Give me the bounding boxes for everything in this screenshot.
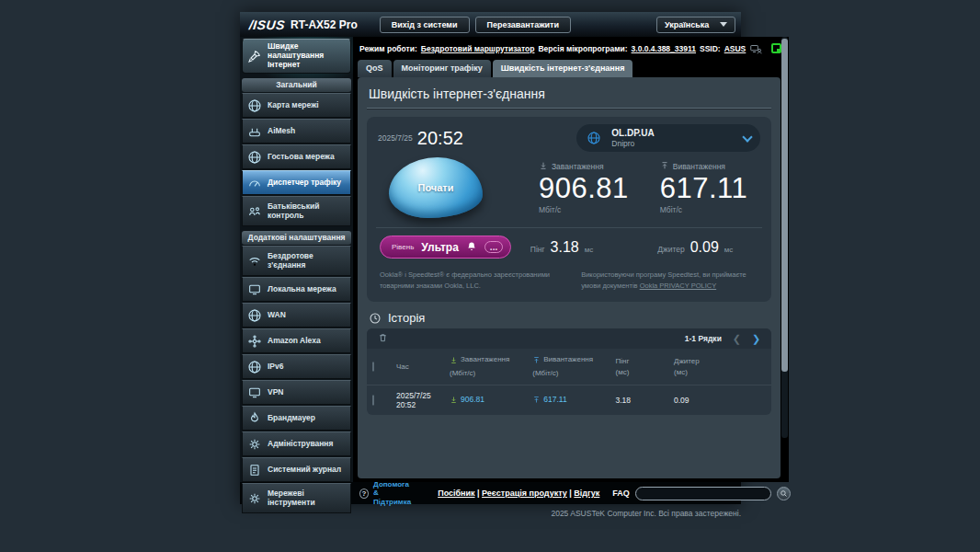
sidebar-item-traffic-manager[interactable]: Диспетчер трафіку xyxy=(242,170,351,195)
jitter-value: 0.09 xyxy=(690,239,719,256)
tab-traffic-monitor[interactable]: Моніторинг трафіку xyxy=(393,60,491,77)
question-icon: ? xyxy=(359,489,369,499)
select-all-checkbox[interactable] xyxy=(372,362,374,372)
clock-icon xyxy=(369,312,382,325)
privacy-policy-link[interactable]: Ookla PRIVACY POLICY xyxy=(640,282,717,290)
copyright-text: 2025 ASUSTeK Computer Inc. Всі права зас… xyxy=(240,509,741,518)
chevron-down-icon xyxy=(743,132,753,142)
sidebar-item-firewall[interactable]: Брандмауер xyxy=(242,406,351,431)
jitter-unit: мс xyxy=(724,246,734,254)
upload-stat: Вивантаження 617.11 Мбіт/с xyxy=(660,161,748,214)
sidebar-item-label: Локальна мережа xyxy=(268,285,336,294)
reboot-button[interactable]: Перезавантажити xyxy=(475,17,571,33)
asus-logo: /ISUS xyxy=(248,17,286,32)
mode-value-link[interactable]: Бездротовий маршрутизатор xyxy=(421,44,535,53)
cell-jitter: 0.09 xyxy=(674,390,766,410)
sidebar-item-system-log[interactable]: Системний журнал xyxy=(242,457,351,482)
sidebar-item-ipv6[interactable]: IPv6 xyxy=(242,354,351,379)
sidebar-item-wan[interactable]: WAN xyxy=(242,303,351,328)
test-date: 2025/7/25 xyxy=(378,133,413,143)
internet-status-icon[interactable] xyxy=(771,43,781,53)
sidebar-item-vpn[interactable]: VPN xyxy=(242,380,351,405)
download-icon xyxy=(539,161,548,172)
sidebar: Швидке налаштування Інтернет Загальний К… xyxy=(240,37,353,482)
cell-time: 2025/7/25 20:52 xyxy=(396,385,450,415)
sidebar-item-wireless[interactable]: Бездротове з'єднання xyxy=(242,246,351,276)
next-page-button[interactable]: ❯ xyxy=(752,333,760,345)
sidebar-item-label: Адміністрування xyxy=(268,440,333,449)
firmware-label: Версія мікропрограми: xyxy=(538,44,627,53)
page-title: Швидкість інтернет-з'єднання xyxy=(367,85,771,109)
legal-trademark-text: Ookla® і Speedtest® є федерально зареєст… xyxy=(380,270,557,291)
scrollbar-thumb[interactable] xyxy=(781,39,788,372)
start-test-button[interactable]: Почати xyxy=(389,157,483,218)
col-time: Час xyxy=(396,356,450,378)
sidebar-item-guest-network[interactable]: Гостьова мережа xyxy=(242,144,351,169)
bell-icon xyxy=(466,239,477,256)
sidebar-item-lan[interactable]: Локальна мережа xyxy=(242,277,351,302)
node-icon xyxy=(246,333,263,350)
tab-internet-speed[interactable]: Швидкість інтернет-з'єднання xyxy=(493,60,633,77)
level-label: Рівень xyxy=(392,243,414,251)
product-registration-link[interactable]: Реєстрація продукту xyxy=(482,489,567,498)
manual-link[interactable]: Посібник xyxy=(438,489,474,498)
monitor-icon xyxy=(246,385,263,401)
jitter-stat: Джитер 0.09 мс xyxy=(657,239,733,256)
feedback-link[interactable]: Відгук xyxy=(574,489,599,498)
language-select[interactable]: Українська xyxy=(656,17,735,33)
gear-icon xyxy=(246,436,263,453)
users-icon xyxy=(246,203,263,220)
more-button[interactable]: ... xyxy=(484,241,503,253)
col-upload: Вивантаження (Мбіт/с) xyxy=(532,349,615,385)
sidebar-item-label: Карта мережі xyxy=(268,101,319,110)
ssid-value-link[interactable]: ASUS xyxy=(724,44,746,53)
sidebar-section-general: Загальний xyxy=(242,78,351,92)
scrollbar-track[interactable] xyxy=(781,37,788,438)
clients-icon[interactable] xyxy=(749,42,762,55)
cell-upload: 617.11 xyxy=(532,389,615,411)
download-label: Завантаження xyxy=(552,162,604,171)
prev-page-button[interactable]: ❮ xyxy=(733,333,741,345)
col-jitter: Джитер (мс) xyxy=(674,351,766,384)
row-checkbox[interactable] xyxy=(372,395,374,406)
sidebar-item-amazon-alexa[interactable]: Amazon Alexa xyxy=(242,328,351,353)
model-name: RT-AX52 Pro xyxy=(291,18,358,31)
level-badge[interactable]: Рівень Ультра ... xyxy=(380,236,511,259)
globe-users-icon xyxy=(246,149,263,166)
sidebar-item-label: Батьківський контроль xyxy=(268,202,347,221)
test-time: 20:52 xyxy=(417,128,463,149)
upload-unit: Мбіт/с xyxy=(660,205,748,214)
top-bar: /ISUS RT-AX52 Pro Вихід з системи Переза… xyxy=(240,12,741,37)
sidebar-item-administration[interactable]: Адміністрування xyxy=(242,431,351,456)
logout-button[interactable]: Вихід з системи xyxy=(380,17,470,33)
cell-ping: 3.18 xyxy=(616,390,675,410)
ping-label: Пінг xyxy=(530,245,545,254)
start-test-label: Почати xyxy=(417,182,453,193)
tab-bar: QoS Моніторинг трафіку Швидкість інтерне… xyxy=(356,60,789,77)
faq-search-input[interactable] xyxy=(635,487,771,500)
server-name: OL.DP.UA xyxy=(611,128,655,139)
level-value: Ультра xyxy=(421,241,459,254)
tab-qos[interactable]: QoS xyxy=(358,60,392,77)
globe-icon xyxy=(246,307,263,324)
main-area: Режим роботи: Бездротовий маршрутизатор … xyxy=(353,37,789,482)
help-support-link[interactable]: ? Допомога & Підтримка xyxy=(359,480,412,507)
faq-label: FAQ xyxy=(612,489,630,498)
sidebar-item-network-map[interactable]: Карта мережі xyxy=(242,93,351,118)
upload-icon xyxy=(660,161,669,172)
chevron-down-icon xyxy=(720,22,727,27)
search-icon[interactable] xyxy=(777,487,791,500)
ping-unit: мс xyxy=(585,246,594,254)
globe-icon xyxy=(246,359,263,375)
server-select[interactable]: OL.DP.UA Dnipro xyxy=(576,124,760,152)
sidebar-item-label: Amazon Alexa xyxy=(268,337,321,346)
info-bar: Режим роботи: Бездротовий маршрутизатор … xyxy=(356,37,789,60)
pagination-label: 1-1 Рядки xyxy=(685,334,722,343)
sidebar-item-parental-controls[interactable]: Батьківський контроль xyxy=(242,196,351,226)
sidebar-item-aimesh[interactable]: AiMesh xyxy=(242,119,351,144)
download-unit: Мбіт/с xyxy=(539,205,629,214)
firmware-value-link[interactable]: 3.0.0.4.388_33911 xyxy=(632,44,696,53)
sidebar-item-quick-setup[interactable]: Швидке налаштування Інтернет xyxy=(242,39,351,74)
wifi-icon xyxy=(246,253,263,270)
trash-icon[interactable] xyxy=(378,330,388,347)
